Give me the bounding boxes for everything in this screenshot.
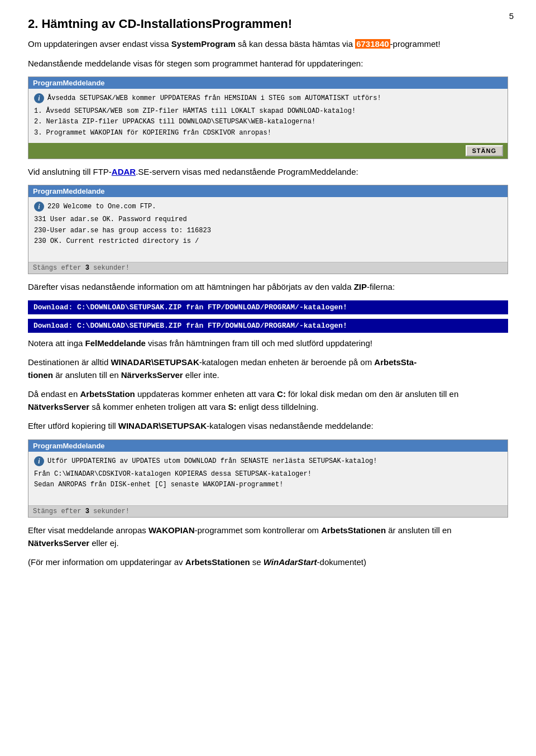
msg2-stangs-bar: Stängs efter 3 sekunder! xyxy=(28,262,508,274)
msg3-info-row: i Utför UPPDATERING av UPDATES utom DOWN… xyxy=(34,456,502,467)
program-message-body-3: i Utför UPPDATERING av UPDATES utom DOWN… xyxy=(28,452,508,506)
paragraph-6: Destinationen är alltid WINADAR\SETUPSAK… xyxy=(28,356,508,381)
msg1-line-2: 2. Nerlästa ZIP-filer UPPACKAS till DOWN… xyxy=(34,117,502,127)
msg3-line-2: Sedan ANROPAS från DISK-enhet [C] senast… xyxy=(34,480,502,490)
paragraph-9: Efter visat meddelande anropas WAKOPIAN-… xyxy=(28,524,508,549)
program-message-title-3: ProgramMeddelande xyxy=(28,440,508,452)
msg1-line-1: 1. Åvsedd SETUPSAK/WEB som ZIP-filer HÄM… xyxy=(34,106,502,117)
download-bar-1: Download: C:\DOWNLOAD\SETUPSAK.ZIP från … xyxy=(28,300,508,314)
msg3-info-text: Utför UPPDATERING av UPDATES utom DOWNLO… xyxy=(47,456,502,467)
info-icon-3: i xyxy=(34,456,44,466)
info-icon-2: i xyxy=(34,202,44,212)
stang-button-1[interactable]: STÄNG xyxy=(466,145,504,156)
msg2-line-2: 230-User adar.se has group access to: 11… xyxy=(34,226,502,236)
program-message-box-1: ProgramMeddelande i Åvsedda SETUPSAK/WEB… xyxy=(28,76,508,159)
msg1-info-row: i Åvsedda SETUPSAK/WEB kommer UPPDATERAS… xyxy=(34,93,502,104)
msg1-stang-bar: STÄNG xyxy=(28,143,508,159)
msg2-line-3: 230 OK. Current restricted directory is … xyxy=(34,236,502,247)
paragraph-10: (För mer information om uppdateringar av… xyxy=(28,556,508,569)
program-message-box-2: ProgramMeddelande i 220 Welcome to One.c… xyxy=(28,185,508,274)
msg2-line-1: 331 User adar.se OK. Password required xyxy=(34,214,502,225)
msg1-line-3: 3. Programmet WAKOPIAN för KOPIERING frå… xyxy=(34,128,502,138)
paragraph-1: Om uppdateringen avser endast vissa Syst… xyxy=(28,38,508,51)
page-number: 5 xyxy=(509,11,514,21)
program-message-box-3: ProgramMeddelande i Utför UPPDATERING av… xyxy=(28,439,508,518)
paragraph-8: Efter utförd kopiering till WINADAR\SETU… xyxy=(28,420,508,433)
download-bar-2: Download: C:\DOWNLOAD\SETUPWEB.ZIP från … xyxy=(28,319,508,333)
program-message-title-1: ProgramMeddelande xyxy=(28,77,508,89)
msg1-info-text: Åvsedda SETUPSAK/WEB kommer UPPDATERAS f… xyxy=(47,93,502,104)
paragraph-3: Vid anslutning till FTP-ADAR.SE-servern … xyxy=(28,166,508,179)
program-message-body-1: i Åvsedda SETUPSAK/WEB kommer UPPDATERAS… xyxy=(28,89,508,143)
msg3-stangs-bar: Stängs efter 3 sekunder! xyxy=(28,505,508,517)
msg2-info-row: i 220 Welcome to One.com FTP. xyxy=(34,202,502,212)
paragraph-5: Notera att inga FelMeddelande visas från… xyxy=(28,337,508,350)
program-message-body-2: i 220 Welcome to One.com FTP. 331 User a… xyxy=(28,197,508,262)
page-heading: 2. Hämtning av CD-InstallationsProgramme… xyxy=(28,17,508,31)
paragraph-7: Då endast en ArbetsStation uppdateras ko… xyxy=(28,388,508,413)
msg3-line-1: Från C:\WINADAR\CDSKIVOR-katalogen KOPIE… xyxy=(34,469,502,480)
info-icon-1: i xyxy=(34,93,44,103)
paragraph-4: Därefter visas nedanstående information … xyxy=(28,281,508,294)
paragraph-2: Nedanstående meddelande visas för stegen… xyxy=(28,58,508,70)
msg2-info-text: 220 Welcome to One.com FTP. xyxy=(47,202,502,212)
program-message-title-2: ProgramMeddelande xyxy=(28,185,508,197)
